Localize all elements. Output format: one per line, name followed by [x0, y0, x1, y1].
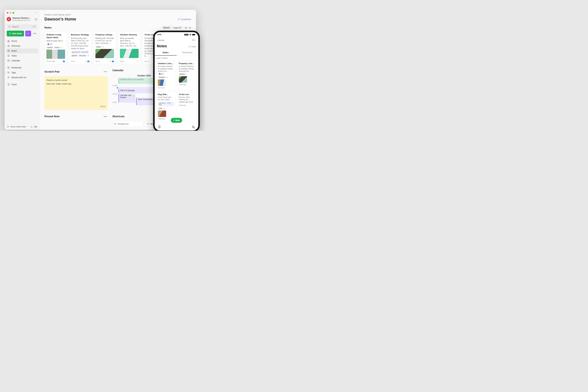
battery-icon	[192, 33, 196, 36]
nav-tasks[interactable]: Tasks	[6, 53, 38, 58]
back-button[interactable]: ←	[31, 11, 33, 14]
svg-point-8	[8, 77, 9, 77]
svg-rect-14	[115, 123, 116, 125]
phone-more-icon[interactable]: •••	[191, 37, 196, 43]
nav-trash[interactable]: Trash	[6, 82, 38, 87]
help-label[interactable]: Need a little help?	[11, 126, 26, 128]
new-note-button[interactable]: New Note	[7, 30, 24, 36]
scratch-pad[interactable]: Reply to Jamie's email New trail: Sutter…	[45, 76, 108, 110]
phone-card-title: Property Listings	[179, 62, 195, 64]
event-note-icon[interactable]: ▤	[132, 94, 135, 97]
phone-thumbnail	[158, 110, 166, 117]
phone-thumbnail	[179, 76, 187, 83]
note-card-title: Property Listings	[95, 33, 114, 36]
keyboard-icon[interactable]: ⌨	[34, 126, 37, 128]
check-circle-icon	[7, 54, 10, 57]
ai-button[interactable]	[25, 30, 31, 36]
phone-note-card[interactable]: Property ListingsA curated selection of …	[177, 60, 197, 90]
phone-tab-reminders[interactable]: Reminders	[177, 50, 198, 56]
nav-home[interactable]: Home	[6, 38, 38, 44]
nav-tags[interactable]: ›Tags	[6, 70, 38, 75]
profile-info: Dawson Pacheco ⌄ dawson@evernote.com	[13, 17, 33, 22]
search-icon[interactable]	[192, 125, 195, 128]
scratch-head: Scratch Pad•••	[45, 69, 108, 75]
filter-icon[interactable]	[185, 26, 187, 29]
title-row: Dawson's Home Customize	[45, 17, 191, 22]
phone-title: Notes	[157, 44, 167, 48]
avatar: D	[7, 17, 11, 21]
note-time: Jun 2	[120, 60, 124, 62]
tag-chip: Outdoor	[158, 76, 166, 78]
scratch-col: Scratch Pad••• Reply to Jamie's email Ne…	[45, 69, 108, 110]
pinned-more-icon[interactable]: •••	[103, 114, 108, 120]
note-card-footer: 20 min ago👥	[47, 60, 65, 62]
note-card-title: Outdoor Living Space Ideas	[47, 33, 65, 39]
time-label: 1 PM	[112, 102, 116, 103]
phone-card-title: Outdoor Living Sp...	[158, 62, 174, 64]
calendar-event[interactable]: Call with Yuki: Review▤	[119, 94, 135, 102]
update-badge[interactable]: 6	[30, 126, 33, 128]
phone-status-icons: ▮▮▮▮	[184, 33, 196, 36]
phone-new-button[interactable]: +New	[171, 118, 182, 123]
seg-recent[interactable]: Recent	[162, 26, 171, 30]
seg-suggested[interactable]: Suggested	[171, 26, 183, 30]
forward-button[interactable]: →	[35, 11, 37, 14]
nav-shared[interactable]: Shared with me	[6, 75, 38, 80]
tag-row: gardenNet Zero+2	[71, 54, 90, 57]
shortcuts-title: Shortcuts	[112, 115, 125, 118]
nav-notebooks[interactable]: ›Notebooks	[6, 65, 38, 70]
note-card[interactable]: Vacation ItineraryWrap up vacation plans…	[118, 32, 141, 64]
more-button[interactable]: •••	[32, 30, 37, 36]
note-card-body: Meeting with Yuki Date & Time:Tue, Jun 1…	[95, 37, 114, 45]
note-card-footer: Jun 2★	[120, 60, 139, 62]
menu-icon[interactable]: ☰	[158, 125, 161, 129]
note-card-title: Business Strategy	[71, 33, 90, 36]
nav-list: Home ›Shortcuts Notes Tasks Calendar ›No…	[5, 38, 39, 87]
svg-point-4	[8, 55, 10, 57]
shared-icon: 👥	[63, 60, 65, 62]
shared-icon: 👥	[87, 60, 90, 62]
phone-note-card[interactable]: To-Do ListPrep for client meeting and wa…	[177, 92, 197, 122]
tag-chip: Luis	[158, 107, 163, 110]
note-card-footer: Jun 4★👥	[71, 60, 90, 62]
note-card[interactable]: Outdoor Living Space IdeasWalk-through w…	[45, 32, 67, 64]
time-label: 12 PM	[112, 93, 117, 95]
svg-point-18	[192, 126, 194, 128]
svg-rect-15	[147, 123, 149, 125]
note-thumbnail	[47, 50, 65, 59]
svg-point-1	[9, 26, 10, 27]
note-card-title: Vacation Itinerary	[120, 33, 139, 36]
phone-card-title: To-Do List	[179, 93, 195, 96]
task-progress-chip: 0/2	[158, 73, 165, 75]
more-icon[interactable]: •••	[189, 26, 191, 29]
search-input[interactable]: Search ⌃⌘F	[7, 24, 37, 29]
profile[interactable]: D Dawson Pacheco ⌄ dawson@evernote.com	[5, 16, 39, 23]
customize-button[interactable]: Customize	[178, 18, 191, 20]
nav-calendar[interactable]: Calendar	[6, 58, 38, 63]
note-card[interactable]: Property ListingsMeeting with Yuki Date …	[93, 32, 116, 64]
phone-tab-notes[interactable]: Notes	[155, 50, 177, 56]
scratch-more-icon[interactable]: •••	[103, 69, 108, 75]
close-window-button[interactable]	[7, 12, 9, 14]
scratch-title: Scratch Pad	[45, 70, 60, 73]
phone-note-card[interactable]: Dog Sitti...Food: Feed twice per day. Sp…	[156, 92, 176, 122]
help-icon[interactable]	[7, 125, 9, 128]
nav-notes[interactable]: Notes	[6, 48, 38, 53]
scratch-line: Reply to Jamie's email	[47, 78, 106, 82]
tag-row: Luis+1	[158, 107, 174, 110]
svg-point-7	[8, 72, 8, 72]
maximize-window-button[interactable]	[13, 12, 14, 14]
nav-arrows: ← →	[31, 11, 37, 14]
home-icon	[7, 40, 10, 42]
phone-note-card[interactable]: Outdoor Living Sp...A curated selection …	[156, 60, 176, 90]
profile-name: Dawson Pacheco ⌄	[13, 17, 33, 19]
phone-back-button[interactable]: ‹Home	[157, 39, 164, 42]
nav-shortcuts[interactable]: ›Shortcuts	[6, 44, 38, 48]
svg-point-0	[36, 19, 36, 20]
note-card[interactable]: Business StrategyBusiness plan sync Date…	[69, 32, 92, 64]
minimize-window-button[interactable]	[10, 12, 11, 14]
note-icon	[7, 50, 10, 52]
shortcut-item[interactable]: Grocery List	[112, 121, 143, 127]
settings-icon[interactable]	[35, 18, 37, 20]
calendar-prev[interactable]: ←	[113, 74, 115, 77]
